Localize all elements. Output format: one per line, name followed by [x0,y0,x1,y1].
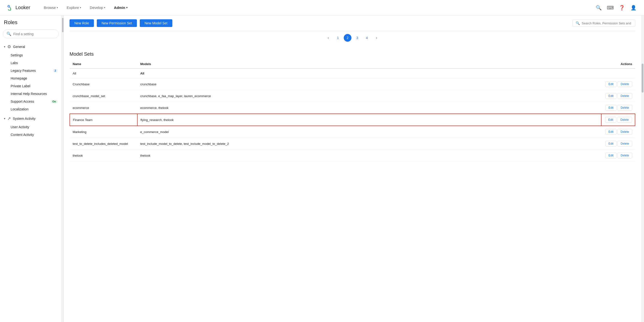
table-cell-name: crunchbase_model_set [70,90,137,102]
develop-chevron-icon: ▾ [104,6,105,9]
right-scroll-indicator[interactable] [641,15,644,322]
edit-button[interactable]: Edit [606,81,617,87]
nav-explore[interactable]: Explore ▾ [63,3,85,11]
nav-develop[interactable]: Develop ▾ [86,3,109,11]
table-cell-name: Marketing [70,126,137,138]
sidebar-item-labs[interactable]: Labs [0,59,62,67]
nav-browse[interactable]: Browse ▾ [40,3,62,11]
main-layout: Roles 🔍 ▾ ⚙ General Settings Labs Legacy… [0,15,644,322]
table-row: thelookthelookEditDelete [70,150,635,161]
delete-button[interactable]: Delete [618,93,632,99]
delete-button[interactable]: Delete [618,81,632,87]
delete-button[interactable]: Delete [617,117,632,123]
user-icon: 👤 [630,5,636,10]
delete-button[interactable]: Delete [618,141,632,147]
sidebar-item-private-label[interactable]: Private Label [0,82,62,90]
svg-point-2 [8,6,9,6]
nav-admin[interactable]: Admin ▾ [110,3,131,11]
sidebar-item-legacy-features[interactable]: Legacy Features 2 [0,67,62,74]
sidebar-item-settings[interactable]: Settings [0,51,62,59]
pagination: ‹ 1 2 3 4 › [70,31,635,46]
edit-button[interactable]: Edit [606,141,617,147]
sidebar-item-homepage[interactable]: Homepage [0,74,62,82]
search-roles-input[interactable] [582,21,632,25]
table-cell-models: ecommerce, thelook [137,102,601,114]
user-icon-btn[interactable]: 👤 [628,3,638,12]
pagination-page-1[interactable]: 1 [334,34,342,42]
admin-chevron-icon: ▾ [126,6,128,9]
table-cell-actions: EditDelete [601,78,635,90]
table-cell-models: e_commerce_model [137,126,601,138]
pagination-next[interactable]: › [373,34,380,42]
model-sets-table-body: AllAllCrunchbasecrunchbaseEditDeletecrun… [70,68,635,161]
edit-button[interactable]: Edit [606,93,617,99]
sidebar-section-general-items: Settings Labs Legacy Features 2 Homepage… [0,51,62,113]
sidebar-section-general-header[interactable]: ▾ ⚙ General [0,42,62,51]
sidebar-section-general-label: General [13,45,25,49]
sidebar: Roles 🔍 ▾ ⚙ General Settings Labs Legacy… [0,15,62,322]
search-icon-btn[interactable]: 🔍 [594,3,604,12]
sidebar-item-user-activity[interactable]: User Activity [0,123,62,131]
sidebar-search[interactable]: 🔍 [3,29,59,38]
col-header-models: Models [137,60,601,68]
pagination-page-2[interactable]: 2 [344,34,352,42]
col-header-actions: Actions [601,60,635,68]
table-cell-actions: EditDelete [601,114,635,126]
sidebar-section-system-activity: ▾ ↗ System Activity User Activity Conten… [0,114,62,139]
edit-button[interactable]: Edit [606,105,617,111]
delete-button[interactable]: Delete [618,105,632,111]
table-cell-actions: EditDelete [601,138,635,150]
support-access-badge: On [51,100,58,103]
pagination-page-3[interactable]: 3 [354,34,361,42]
model-sets-table-header: Name Models Actions [70,60,635,68]
table-row: crunchbase_model_setcrunchbase, e_faa_ma… [70,90,635,102]
delete-button[interactable]: Delete [618,129,632,135]
nav-icons: 🔍 ⌨ ❓ 👤 [594,3,638,12]
logo[interactable]: Looker [6,4,30,11]
new-permission-set-button[interactable]: New Permission Set [97,19,137,27]
new-role-button[interactable]: New Role [70,19,94,27]
sidebar-section-system-activity-header[interactable]: ▾ ↗ System Activity [0,114,62,123]
table-cell-actions: EditDelete [601,102,635,114]
sidebar-item-content-activity[interactable]: Content Activity [0,131,62,139]
table-cell-name: thelook [70,150,137,161]
help-icon-btn[interactable]: ❓ [617,3,626,12]
table-cell-actions [601,68,635,78]
keyboard-icon-btn[interactable]: ⌨ [606,3,615,12]
search-roles-icon: 🔍 [576,21,580,25]
table-cell-name: All [70,68,137,78]
edit-button[interactable]: Edit [606,129,617,135]
sidebar-item-localization[interactable]: Localization [0,105,62,113]
sidebar-item-internal-help[interactable]: Internal Help Resources [0,90,62,98]
pagination-page-4[interactable]: 4 [363,34,371,42]
looker-logo-icon [6,4,14,11]
table-cell-name: test_to_delete_includes_deleted_model [70,138,137,150]
left-scroll-thumb [62,18,64,32]
table-row: AllAll [70,68,635,78]
search-roles[interactable]: 🔍 [572,19,635,27]
left-scroll-indicator[interactable] [62,15,64,322]
help-icon: ❓ [619,5,625,10]
top-nav: Looker Browse ▾ Explore ▾ Develop ▾ Admi… [0,0,644,15]
model-sets-table: Name Models Actions AllAllCrunchbasecrun… [70,60,635,161]
sidebar-search-input[interactable] [13,32,55,36]
model-sets-section-title: Model Sets [70,46,635,60]
table-cell-models: All [137,68,601,78]
table-row: ecommerceecommerce, thelookEditDelete [70,102,635,114]
nav-links: Browse ▾ Explore ▾ Develop ▾ Admin ▾ [40,3,594,11]
edit-button[interactable]: Edit [605,117,616,123]
sidebar-item-support-access[interactable]: Support Access On [0,98,62,105]
pagination-prev[interactable]: ‹ [324,34,332,42]
toolbar: New Role New Permission Set New Model Se… [70,15,635,31]
system-activity-arrow-icon: ▾ [4,117,5,120]
table-row: CrunchbasecrunchbaseEditDelete [70,78,635,90]
edit-button[interactable]: Edit [606,153,617,158]
new-model-set-button[interactable]: New Model Set [140,19,172,27]
main-content: New Role New Permission Set New Model Se… [64,15,641,322]
general-arrow-icon: ▾ [4,45,5,48]
search-icon: 🔍 [596,5,602,10]
table-cell-name: ecommerce [70,102,137,114]
sidebar-section-system-activity-items: User Activity Content Activity [0,123,62,139]
delete-button[interactable]: Delete [618,153,632,158]
sidebar-section-system-activity-label: System Activity [13,117,36,121]
